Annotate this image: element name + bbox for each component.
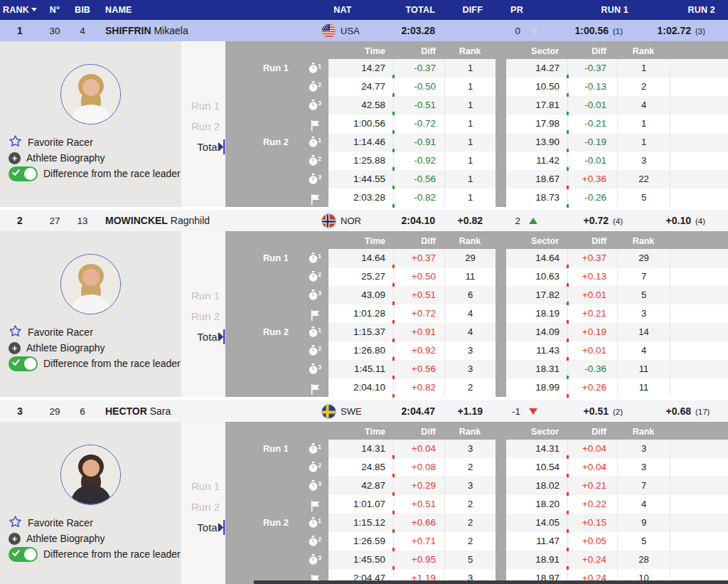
- selector-run1[interactable]: Run 1: [181, 285, 225, 306]
- run-group-label: [225, 96, 301, 115]
- split-time: 24.77: [328, 78, 393, 96]
- run-group-label: Run 2: [225, 514, 301, 532]
- racer-summary-row[interactable]: 22713MOWINCKEL RagnhildNOR2:04.10+0.822+…: [0, 210, 728, 231]
- split-diff: -0.82: [393, 189, 444, 207]
- split-diff: -0.50: [393, 78, 444, 96]
- splits-table: TimeDiffRankSectorDiffRankRun 1114.31+0.…: [225, 422, 728, 584]
- split-rank: 29: [444, 249, 496, 267]
- difference-toggle-row[interactable]: Difference from the race leader: [9, 546, 181, 562]
- racer-nation: SWE: [301, 404, 384, 419]
- run-view-selector: Run 1Run 2Total: [181, 231, 225, 397]
- toggle-on-switch[interactable]: [9, 356, 38, 371]
- sector-diff: +0.05: [567, 532, 617, 551]
- split-diff: -0.37: [393, 59, 444, 78]
- split-rank: 1: [444, 189, 496, 207]
- sector-rank: 9: [617, 514, 670, 532]
- sector-time: 17.98: [506, 115, 567, 133]
- selector-total[interactable]: Total: [181, 137, 225, 157]
- sector-time: 17.81: [506, 96, 567, 115]
- racer-photo: [60, 64, 121, 124]
- run-group-label: [225, 360, 301, 378]
- split-row: Run 1114.31+0.04314.31+0.043: [225, 440, 728, 458]
- run-group-label: [225, 477, 301, 495]
- header-run2[interactable]: RUN 2: [633, 5, 728, 15]
- racer-run2: +0.68(17): [633, 405, 728, 417]
- intermediate-1-stopwatch-icon: 1: [309, 517, 321, 529]
- split-time: 14.27: [328, 59, 393, 78]
- position-down-arrow-icon: [528, 408, 539, 415]
- athlete-biography-button[interactable]: +Athlete Biography: [9, 340, 181, 356]
- sector-rank: 5: [617, 189, 670, 207]
- toggle-on-switch[interactable]: [9, 166, 38, 181]
- racer-number: 30: [40, 26, 70, 36]
- sector-rank: 4: [617, 96, 670, 115]
- favorite-racer-button[interactable]: Favorite Racer: [9, 134, 181, 150]
- split-diff: +0.51: [393, 286, 444, 304]
- split-diff: +0.95: [393, 551, 444, 569]
- position-up-arrow-icon: [528, 218, 539, 224]
- split-diff: +0.92: [393, 341, 444, 360]
- intermediate-3-stopwatch-icon: 3: [309, 290, 321, 301]
- athlete-biography-button[interactable]: +Athlete Biography: [9, 531, 181, 546]
- split-diff: -0.56: [393, 170, 444, 189]
- header-diff[interactable]: DIFF: [441, 5, 486, 15]
- split-row: 2:04.10+0.82218.99+0.2611: [225, 378, 728, 397]
- run-group-label: Run 1: [225, 59, 301, 78]
- selector-total[interactable]: Total: [181, 517, 225, 538]
- racer-name: MOWINCKEL Ragnhild: [95, 215, 301, 226]
- split-time: 1:45.50: [328, 551, 393, 569]
- split-diff: -0.92: [393, 152, 444, 170]
- finish-flag-icon: [310, 193, 320, 203]
- flag-icon-usa: [321, 23, 336, 38]
- selector-run2[interactable]: Run 2: [181, 306, 225, 326]
- split-rank: 1: [444, 152, 496, 170]
- run-group-label: [225, 170, 301, 189]
- split-row: 225.27+0.501110.63+0.137: [225, 267, 728, 286]
- header-total[interactable]: TOTAL: [384, 5, 441, 15]
- header-name[interactable]: NAME: [95, 5, 301, 15]
- split-diff: +0.72: [393, 304, 444, 323]
- selector-run2[interactable]: Run 2: [181, 116, 225, 137]
- flag-icon-nor: [321, 213, 336, 228]
- racer-summary-row[interactable]: 3296HECTOR SaraSWE2:04.47+1.19-1+0.51(2)…: [0, 400, 728, 422]
- selector-run1[interactable]: Run 1: [181, 95, 225, 116]
- header-rank[interactable]: RANK: [0, 5, 40, 15]
- split-diff: +0.91: [393, 323, 444, 341]
- header-run1[interactable]: RUN 1: [547, 5, 633, 15]
- split-time: 1:15.12: [328, 514, 393, 532]
- toggle-on-switch[interactable]: [9, 547, 38, 562]
- split-diff: +0.29: [393, 477, 444, 495]
- finish-flag-icon: [310, 383, 320, 393]
- splits-table-header: TimeDiffRankSectorDiffRank: [225, 234, 728, 249]
- selector-total[interactable]: Total: [181, 326, 225, 347]
- racer-summary-row[interactable]: 1304SHIFFRIN MikaelaUSA2:03.2801:00.56(1…: [0, 20, 728, 41]
- sector-diff: +0.13: [567, 267, 617, 286]
- header-nat[interactable]: NAT: [301, 5, 384, 15]
- racer-rank: 3: [0, 405, 40, 417]
- intermediate-2-stopwatch-icon: 2: [309, 462, 321, 473]
- difference-toggle-row[interactable]: Difference from the race leader: [9, 356, 181, 371]
- split-time: 43.09: [328, 286, 393, 304]
- sector-time: 14.64: [506, 249, 567, 267]
- favorite-racer-button[interactable]: Favorite Racer: [9, 515, 181, 531]
- favorite-racer-button[interactable]: Favorite Racer: [9, 324, 181, 340]
- split-rank: 1: [444, 170, 496, 189]
- racer-rank: 1: [0, 25, 40, 36]
- selector-run2[interactable]: Run 2: [181, 497, 225, 517]
- athlete-biography-button[interactable]: +Athlete Biography: [9, 150, 181, 166]
- run-view-selector: Run 1Run 2Total: [181, 422, 225, 584]
- sector-time: 18.31: [506, 360, 567, 378]
- sector-time: 11.42: [506, 152, 567, 170]
- header-pr[interactable]: PR: [486, 5, 547, 15]
- difference-toggle-row[interactable]: Difference from the race leader: [9, 166, 181, 181]
- split-rank: 1: [444, 78, 496, 96]
- split-rank: 2: [444, 495, 496, 514]
- sector-rank: 5: [617, 286, 670, 304]
- racer-bib: 4: [70, 26, 95, 36]
- header-bib[interactable]: BIB: [70, 5, 95, 15]
- selector-run1[interactable]: Run 1: [181, 476, 225, 497]
- racer-position-change: 2: [486, 216, 547, 226]
- sector-time: 14.09: [506, 323, 567, 341]
- header-number[interactable]: N°: [40, 5, 70, 15]
- split-rank: 3: [444, 440, 496, 458]
